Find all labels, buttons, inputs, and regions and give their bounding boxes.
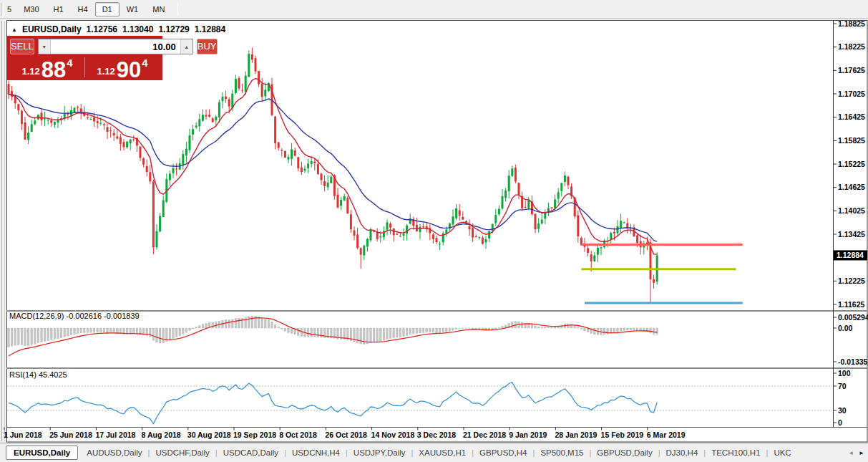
rsi-axis-label: 30 bbox=[838, 406, 847, 415]
tab-scroll-right-icon[interactable]: ► bbox=[859, 450, 864, 456]
toolbar-grip[interactable] bbox=[1, 3, 4, 16]
timeframe-button-w1[interactable]: W1 bbox=[120, 2, 146, 16]
timeframe-button-h4[interactable]: H4 bbox=[71, 2, 95, 16]
date-label: 28 Jan 2019 bbox=[555, 430, 597, 439]
price-label: 1.15225 bbox=[838, 160, 865, 168]
tab-scroll-arrows: ◄ ► bbox=[848, 443, 864, 462]
timeframe-button-d1[interactable]: D1 bbox=[95, 2, 120, 16]
price-label: 1.13425 bbox=[838, 230, 865, 239]
price-label: 1.14625 bbox=[838, 183, 865, 191]
price-label: 1.12225 bbox=[838, 276, 865, 285]
chart-tab-usdjpy-daily[interactable]: USDJPY,Daily bbox=[348, 446, 411, 459]
chart-window[interactable]: 1.188251.182251.176251.170251.164251.158… bbox=[0, 20, 868, 443]
date-label: 17 Jul 2018 bbox=[95, 430, 135, 439]
sell-price-display[interactable]: 1.12884 bbox=[10, 55, 84, 80]
price-label: 1.11625 bbox=[838, 300, 865, 309]
volume-input[interactable] bbox=[51, 39, 180, 54]
macd-axis-label: 0.005294 bbox=[838, 313, 868, 322]
chart-tab-gbpusd-daily[interactable]: GBPUSD,Daily bbox=[591, 446, 658, 459]
buy-button[interactable]: BUY bbox=[197, 39, 218, 54]
date-label: 25 Jun 2018 bbox=[49, 430, 92, 439]
quote-high: 1.13040 bbox=[122, 24, 153, 34]
date-label: 19 Sep 2018 bbox=[233, 430, 276, 439]
price-label: 1.17025 bbox=[838, 90, 865, 98]
chart-tab-gbpusd-h4[interactable]: GBPUSD,H4 bbox=[474, 446, 532, 459]
volume-decrease-button[interactable]: ▼ bbox=[39, 39, 51, 54]
macd-axis-label: 0.00 bbox=[838, 324, 853, 332]
date-label: 30 Aug 2018 bbox=[187, 430, 231, 439]
timeframe-button-5[interactable]: 5 bbox=[6, 2, 16, 16]
rsi-indicator-label: RSI(14) 45.4025 bbox=[9, 370, 67, 379]
sell-price-big: 88 bbox=[42, 60, 66, 80]
date-label: 8 Aug 2018 bbox=[142, 430, 181, 439]
chart-tab-dj30-h4[interactable]: DJ30,H4 bbox=[660, 446, 704, 459]
chart-tab-sp500-m15[interactable]: SP500,M15 bbox=[535, 446, 589, 459]
chart-tab-usdcnh-h4[interactable]: USDCNH,H4 bbox=[286, 446, 346, 459]
chart-tab-usdchf-daily[interactable]: USDCHF,Daily bbox=[150, 446, 215, 459]
chart-tab-ukc[interactable]: UKC bbox=[768, 446, 796, 459]
timeframe-toolbar: 5M30H1H4D1W1MN bbox=[0, 0, 868, 19]
chart-canvas[interactable]: 1.188251.182251.176251.170251.164251.158… bbox=[0, 20, 868, 443]
buy-price-big: 90 bbox=[117, 60, 141, 80]
price-label: 1.16425 bbox=[838, 112, 865, 121]
collapse-trade-panel-icon[interactable]: ▲ bbox=[11, 27, 17, 33]
date-label: 14 Nov 2018 bbox=[371, 430, 415, 439]
rsi-axis-label: 70 bbox=[838, 382, 847, 390]
volume-increase-button[interactable]: ▲ bbox=[180, 39, 192, 54]
timeframe-button-h1[interactable]: H1 bbox=[47, 2, 71, 16]
chart-tabs: EURUSD,DailyAUDUSD,Daily|USDCHF,Daily|US… bbox=[0, 446, 836, 460]
tab-scroll-left-icon[interactable]: ◄ bbox=[848, 450, 854, 456]
date-label: 15 Feb 2019 bbox=[601, 430, 644, 439]
quote-low: 1.12729 bbox=[158, 24, 189, 34]
quote-open: 1.12756 bbox=[87, 24, 117, 34]
macd-indicator-label: MACD(12,26,9) -0.002616 -0.001839 bbox=[9, 312, 140, 320]
chart-symbol-label: EURUSD,Daily bbox=[22, 24, 82, 34]
price-label: 1.18825 bbox=[838, 20, 865, 28]
one-click-trading-panel: SELL ▼ ▲ BUY 1.12884 1.12904 bbox=[7, 36, 162, 80]
chart-tab-usdcad-daily[interactable]: USDCAD,Daily bbox=[218, 446, 284, 459]
price-label: 1.14025 bbox=[838, 206, 865, 215]
rsi-axis-label: 0 bbox=[838, 418, 842, 427]
chart-tab-eurusd-daily[interactable]: EURUSD,Daily bbox=[6, 446, 78, 460]
timeframe-button-m30[interactable]: M30 bbox=[16, 2, 46, 16]
rsi-axis-label: 100 bbox=[838, 369, 851, 377]
volume-stepper: ▼ ▲ bbox=[38, 39, 193, 54]
buy-price-sup: 4 bbox=[142, 57, 147, 69]
sell-price-sup: 4 bbox=[67, 57, 72, 69]
chart-tab-xauusd-h1[interactable]: XAUUSD,H1 bbox=[413, 446, 472, 459]
date-label: 1 Jun 2018 bbox=[4, 430, 42, 439]
chart-tab-bar: EURUSD,DailyAUDUSD,Daily|USDCHF,Daily|US… bbox=[0, 443, 868, 462]
date-label: 26 Oct 2018 bbox=[325, 430, 367, 439]
buy-price-prefix: 1.12 bbox=[97, 66, 114, 77]
mt4-platform-window: 5M30H1H4D1W1MN 1.188251.182251.176251.17… bbox=[0, 0, 868, 462]
macd-axis-label: -0.013353 bbox=[838, 357, 868, 366]
current-price-label: 1.12884 bbox=[837, 251, 864, 259]
sell-button[interactable]: SELL bbox=[10, 39, 34, 54]
price-label: 1.17625 bbox=[838, 66, 865, 74]
date-label: 21 Dec 2018 bbox=[463, 430, 506, 439]
date-label: 3 Dec 2018 bbox=[417, 430, 456, 439]
chart-frame bbox=[7, 21, 868, 443]
timeframe-buttons: 5M30H1H4D1W1MN bbox=[6, 2, 172, 16]
date-label: 9 Jan 2019 bbox=[509, 430, 547, 439]
price-label: 1.18225 bbox=[838, 42, 865, 51]
chart-tab-audusd-daily[interactable]: AUDUSD,Daily bbox=[81, 446, 147, 459]
chart-tab-tech100-h1[interactable]: TECH100,H1 bbox=[706, 446, 766, 459]
chart-quote-line: ▲ EURUSD,Daily 1.12756 1.13040 1.12729 1… bbox=[11, 24, 225, 34]
date-label: 8 Oct 2018 bbox=[279, 430, 317, 439]
price-label: 1.15825 bbox=[838, 136, 865, 145]
sell-price-prefix: 1.12 bbox=[21, 66, 39, 77]
date-label: 6 Mar 2019 bbox=[647, 430, 686, 439]
quote-close: 1.12884 bbox=[195, 24, 225, 34]
current-price-badge: 1.12884 bbox=[834, 250, 867, 260]
toolbar-separator bbox=[177, 3, 178, 16]
buy-price-display[interactable]: 1.12904 bbox=[85, 55, 160, 80]
timeframe-button-mn[interactable]: MN bbox=[145, 2, 172, 16]
